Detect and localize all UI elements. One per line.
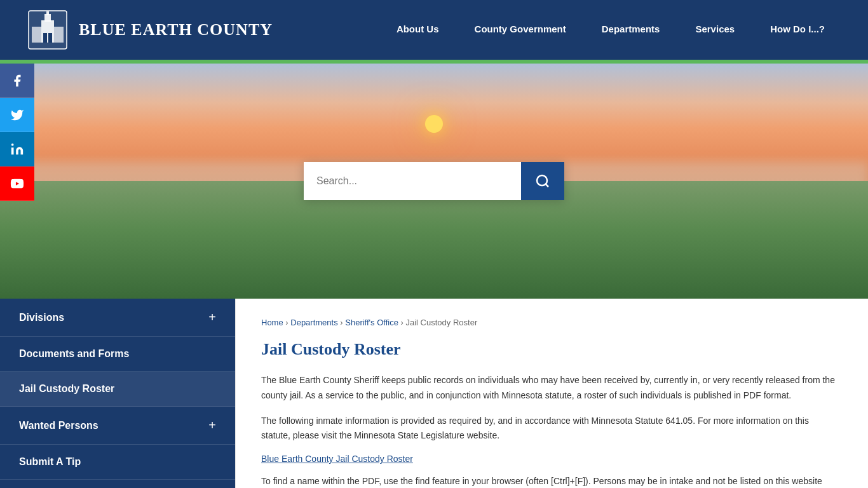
nav-departments[interactable]: Departments (584, 0, 678, 60)
sidebar-item-submit-tip[interactable]: Submit A Tip (0, 445, 235, 480)
breadcrumb-departments[interactable]: Departments (290, 318, 337, 327)
divisions-plus-icon: + (208, 310, 216, 325)
nav-county-government[interactable]: County Government (457, 0, 584, 60)
social-sidebar (0, 64, 34, 201)
main-nav: About Us County Government Departments S… (379, 0, 843, 60)
main-content: Home › Departments › Sheriff's Office › … (235, 299, 868, 488)
nav-about-us[interactable]: About Us (379, 0, 457, 60)
sidebar-item-predatory-offender[interactable]: Predatory Offender Registration & Notifi… (0, 480, 235, 488)
sidebar-item-wanted-persons[interactable]: Wanted Persons + (0, 407, 235, 445)
svg-point-9 (11, 143, 14, 146)
site-header: Blue Earth County About Us County Govern… (0, 0, 868, 60)
svg-rect-4 (46, 11, 49, 15)
svg-rect-5 (32, 27, 41, 43)
svg-line-12 (546, 184, 548, 187)
breadcrumb-current: Jail Custody Roster (406, 318, 478, 327)
content-paragraph-2: The following inmate information is prov… (261, 414, 836, 444)
breadcrumb-sheriffs-office[interactable]: Sheriff's Office (345, 318, 398, 327)
breadcrumb-home[interactable]: Home (261, 318, 283, 327)
hero-banner (0, 64, 868, 299)
county-logo-icon (25, 8, 70, 52)
svg-point-11 (537, 175, 547, 186)
twitter-icon[interactable] (0, 98, 34, 132)
content-paragraph-1: The Blue Earth County Sheriff keeps publ… (261, 373, 836, 403)
search-icon (535, 173, 550, 189)
sidebar-item-documents-forms[interactable]: Documents and Forms (0, 337, 235, 372)
hero-sun (425, 115, 443, 133)
svg-rect-7 (43, 33, 47, 43)
linkedin-icon[interactable] (0, 132, 34, 166)
search-container (304, 162, 564, 200)
sidebar-item-jail-custody[interactable]: Jail Custody Roster (0, 372, 235, 407)
logo-text: Blue Earth County (79, 20, 273, 39)
nav-how-do-i[interactable]: How Do I...? (752, 0, 843, 60)
sidebar: Divisions + Documents and Forms Jail Cus… (0, 299, 235, 488)
sidebar-item-divisions[interactable]: Divisions + (0, 299, 235, 337)
facebook-icon[interactable] (0, 64, 34, 98)
svg-rect-6 (54, 27, 64, 43)
youtube-icon[interactable] (0, 166, 34, 201)
page-title: Jail Custody Roster (261, 340, 836, 359)
roster-link[interactable]: Blue Earth County Jail Custody Roster (261, 454, 413, 464)
wanted-persons-plus-icon: + (208, 418, 216, 433)
breadcrumb: Home › Departments › Sheriff's Office › … (261, 318, 836, 327)
content-wrapper: Divisions + Documents and Forms Jail Cus… (0, 299, 868, 488)
logo-area[interactable]: Blue Earth County (25, 8, 273, 52)
content-paragraph-3: To find a name within the PDF, use the f… (261, 474, 836, 488)
nav-services[interactable]: Services (677, 0, 752, 60)
search-button[interactable] (521, 162, 564, 200)
search-input[interactable] (304, 162, 521, 200)
svg-rect-8 (48, 33, 52, 43)
